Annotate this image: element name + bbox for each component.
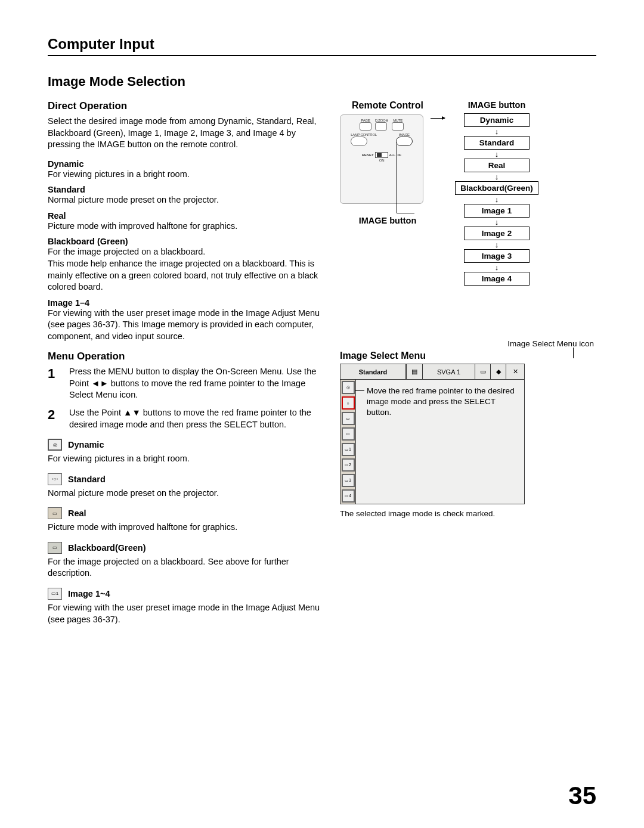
blackboard-desc: For the image projected on a blackboard.… (48, 556, 322, 579)
remote-lbl-mute: MUTE (392, 119, 404, 122)
dynamic-desc: For viewing pictures in a bright room. (48, 453, 322, 465)
desc-standard: Normal picture mode preset on the projec… (48, 194, 322, 206)
sidebar-item-blackboard[interactable]: ▭ (342, 427, 355, 441)
remote-btn-lamp[interactable] (351, 137, 367, 146)
sidebar-item-standard[interactable]: ○ (342, 396, 355, 410)
menu-top-icon3[interactable]: ◆ (491, 364, 506, 379)
menu-top-icon1[interactable]: ▤ (406, 364, 423, 379)
sidebar-item-dynamic[interactable]: ◎ (342, 381, 355, 394)
flow-box-image1: Image 1 (464, 204, 530, 218)
desc-real: Picture mode with improved halftone for … (48, 221, 322, 232)
remote-btn-dzoom[interactable] (375, 122, 387, 131)
menu-caption-top: Image Select Menu icon (340, 339, 594, 348)
page-number: 35 (568, 782, 596, 810)
menu-note-text: Move the red frame pointer to the desire… (367, 386, 515, 417)
dynamic-label: Dynamic (68, 440, 104, 449)
menu-top-icon2[interactable]: ▭ (475, 364, 491, 379)
remote-lbl-allof: ALL OF (389, 153, 401, 157)
image14-icon: ▭1 (48, 588, 62, 600)
down-arrow-icon: ↓ (495, 150, 499, 158)
real-desc: Picture mode with improved halftone for … (48, 522, 322, 534)
menu-frame: Standard ▤ SVGA 1 ▭ ◆ ✕ ◎ ○ ▭ ▭ ▭1 ▭2 (340, 364, 525, 504)
remote-lbl-on: ON (379, 159, 384, 162)
caption-lead-line (573, 348, 574, 358)
direct-op-heading: Direct Operation (48, 100, 322, 112)
sidebar-item-image4[interactable]: ▭4 (342, 489, 355, 503)
remote-lbl-image: IMAGE (396, 133, 413, 137)
direct-item: Real Picture mode with improved halftone… (48, 211, 322, 232)
menu-caption-bot: The selected image mode is check marked. (340, 509, 596, 518)
flow-lead-arrow (431, 118, 445, 119)
standard-icon: ◦○◦ (48, 473, 62, 485)
direct-item: Standard Normal picture mode preset on t… (48, 185, 322, 206)
term-blackboard: Blackboard (Green) (48, 237, 322, 246)
down-arrow-icon: ↓ (495, 263, 499, 271)
menu-sidebar: ◎ ○ ▭ ▭ ▭1 ▭2 ▭3 ▭4 (340, 380, 356, 504)
icon-line-real: ▭ Real (48, 507, 322, 519)
remote-btn-mute[interactable] (392, 122, 404, 131)
flow-box-image3: Image 3 (464, 249, 530, 263)
remote-area: Remote Control PAGE D.ZOOM (340, 100, 596, 286)
step-2-num: 2 (48, 407, 60, 430)
blackboard-icon: ▭ (48, 542, 62, 554)
left-column: Direct Operation Select the desired imag… (48, 100, 322, 630)
menu-topbar: Standard ▤ SVGA 1 ▭ ◆ ✕ (340, 364, 524, 380)
remote-control-drawing: PAGE D.ZOOM MUTE (340, 114, 423, 204)
icon-line-image14: ▭1 Image 1~4 (48, 588, 322, 600)
flow-box-standard: Standard (464, 136, 530, 150)
remote-title: Remote Control (340, 100, 435, 111)
step-1-text: Press the MENU button to display the On-… (69, 366, 322, 401)
menu-top-mode[interactable]: Standard (340, 364, 406, 379)
icon-line-standard: ◦○◦ Standard (48, 473, 322, 485)
sidebar-item-image2[interactable]: ▭2 (342, 458, 355, 472)
remote-btn-image[interactable] (396, 137, 413, 146)
term-image14: Image 1–4 (48, 298, 322, 308)
down-arrow-icon: ↓ (495, 173, 499, 181)
step-1: 1 Press the MENU button to display the O… (48, 366, 322, 401)
flow-title: IMAGE button (468, 100, 526, 110)
menu-op-heading: Menu Operation (48, 351, 322, 362)
image-button-lead-line (397, 142, 397, 213)
image14-desc: For viewing with the user preset image m… (48, 602, 322, 625)
flow-box-image4: Image 4 (464, 272, 530, 286)
standard-label: Standard (68, 475, 106, 484)
desc-blackboard: For the image projected on a blackboard.… (48, 246, 322, 293)
step-2: 2 Use the Point ▲▼ buttons to move the r… (48, 407, 322, 430)
standard-desc: Normal picture mode preset on the projec… (48, 488, 322, 500)
blackboard-label: Blackboard(Green) (68, 543, 146, 553)
direct-item: Blackboard (Green) For the image project… (48, 237, 322, 293)
flow-box-image2: Image 2 (464, 227, 530, 240)
real-icon: ▭ (48, 507, 62, 519)
down-arrow-icon: ↓ (495, 218, 499, 226)
down-arrow-icon: ↓ (495, 241, 499, 249)
menu-title: Image Select Menu (340, 351, 596, 361)
note-lead-line (355, 390, 364, 391)
sidebar-item-image1[interactable]: ▭1 (342, 443, 355, 456)
remote-lbl-lamp: LAMP CONTROL (351, 133, 377, 137)
sidebar-item-image3[interactable]: ▭3 (342, 474, 355, 487)
dynamic-icon: ◎ (48, 439, 62, 451)
flow-box-blackboard: Blackboard(Green) (455, 181, 538, 195)
step-1-num: 1 (48, 366, 60, 401)
desc-image14: For viewing with the user preset image m… (48, 308, 322, 343)
remote-lbl-page: PAGE (360, 119, 371, 122)
menu-top-icon4[interactable]: ✕ (506, 364, 524, 379)
remote-btn-page[interactable] (360, 122, 371, 131)
real-label: Real (68, 508, 86, 518)
menu-top-signal[interactable]: SVGA 1 (423, 364, 475, 379)
direct-item: Dynamic For viewing pictures in a bright… (48, 159, 322, 181)
term-standard: Standard (48, 185, 322, 194)
sidebar-item-real[interactable]: ▭ (342, 412, 355, 425)
step-2-text: Use the Point ▲▼ buttons to move the red… (69, 407, 322, 430)
flow-box-dynamic: Dynamic (464, 113, 530, 127)
direct-item: Image 1–4 For viewing with the user pres… (48, 298, 322, 343)
direct-op-intro: Select the desired image mode from among… (48, 116, 322, 151)
icon-line-blackboard: ▭ Blackboard(Green) (48, 542, 322, 554)
flow-box-real: Real (464, 159, 530, 172)
section-title: Image Mode Selection (48, 74, 596, 89)
image-select-menu-block: Image Select Menu icon Image Select Menu… (340, 339, 596, 518)
right-column: Remote Control PAGE D.ZOOM (340, 100, 596, 630)
remote-reset-switch[interactable] (375, 152, 388, 158)
menu-note: Move the red frame pointer to the desire… (356, 380, 524, 504)
image14-label: Image 1~4 (68, 589, 110, 598)
